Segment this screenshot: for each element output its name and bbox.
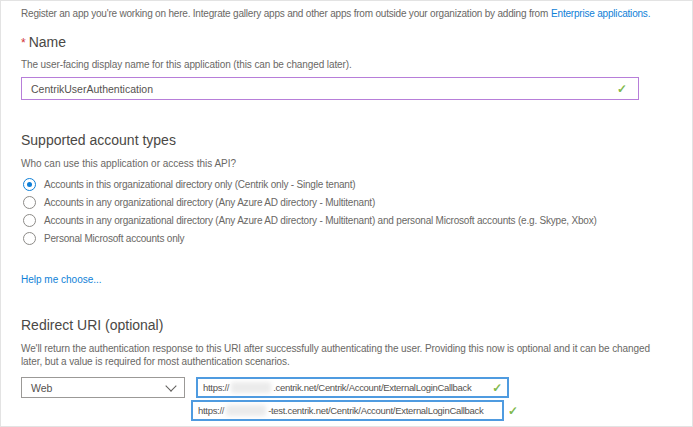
- redacted-domain-blur: [231, 382, 271, 393]
- account-type-option-multitenant-personal[interactable]: Accounts in any organizational directory…: [21, 211, 672, 229]
- account-type-options: Accounts in this organizational director…: [21, 175, 672, 247]
- radio-button-icon[interactable]: [23, 232, 36, 245]
- account-type-option-multitenant[interactable]: Accounts in any organizational directory…: [21, 193, 672, 211]
- enterprise-applications-link[interactable]: Enterprise applications.: [551, 8, 650, 19]
- help-me-choose-link-wrap: Help me choose...: [21, 274, 672, 285]
- required-asterisk: *: [21, 36, 26, 50]
- option-label: Accounts in any organizational directory…: [44, 197, 375, 208]
- radio-button-icon[interactable]: [23, 214, 36, 227]
- name-input[interactable]: CentrikUserAuthentication ✓: [21, 77, 639, 100]
- name-description: The user-facing display name for this ap…: [21, 59, 672, 70]
- redirect-uri-fields: Web https:// .centrik.net/Centrik/Accoun…: [21, 377, 672, 421]
- option-label: Personal Microsoft accounts only: [44, 233, 184, 244]
- platform-select-dropdown[interactable]: Web: [21, 377, 185, 398]
- redacted-domain-blur: [226, 405, 266, 416]
- account-type-option-single-tenant[interactable]: Accounts in this organizational director…: [21, 175, 672, 193]
- account-type-option-personal-only[interactable]: Personal Microsoft accounts only: [21, 229, 672, 247]
- help-me-choose-link[interactable]: Help me choose...: [21, 274, 102, 285]
- valid-check-icon: ✓: [508, 405, 518, 417]
- valid-check-icon: ✓: [492, 382, 502, 394]
- redirect-uri-input-1[interactable]: https:// .centrik.net/Centrik/Account/Ex…: [196, 377, 509, 398]
- platform-select-value: Web: [31, 382, 52, 394]
- name-label: *Name: [21, 34, 672, 50]
- radio-button-icon[interactable]: [23, 178, 36, 191]
- name-input-value: CentrikUserAuthentication: [31, 83, 153, 95]
- uri-suffix: -test.centrik.net/Centrik/Account/Extern…: [268, 405, 483, 416]
- option-label: Accounts in any organizational directory…: [44, 215, 597, 226]
- name-label-text: Name: [29, 34, 66, 50]
- redirect-uri-heading: Redirect URI (optional): [21, 317, 672, 333]
- uri-suffix: .centrik.net/Centrik/Account/ExternalLog…: [273, 382, 471, 393]
- valid-check-icon: ✓: [617, 83, 627, 95]
- radio-button-icon[interactable]: [23, 196, 36, 209]
- app-registration-form: Register an app you're working on here. …: [1, 1, 692, 421]
- chevron-down-icon: [165, 380, 176, 391]
- option-label: Accounts in this organizational director…: [44, 179, 355, 190]
- redirect-uri-row-1: Web https:// .centrik.net/Centrik/Accoun…: [21, 377, 672, 398]
- account-types-question: Who can use this application or access t…: [21, 158, 672, 169]
- redirect-uri-description: We'll return the authentication response…: [21, 342, 671, 368]
- redirect-uri-input-2[interactable]: https:// -test.centrik.net/Centrik/Accou…: [191, 400, 504, 421]
- redirect-uri-row-2: https:// -test.centrik.net/Centrik/Accou…: [191, 400, 672, 421]
- supported-account-types-heading: Supported account types: [21, 132, 672, 148]
- uri-prefix: https://: [198, 405, 224, 416]
- intro-text: Register an app you're working on here. …: [21, 8, 672, 19]
- intro-description: Register an app you're working on here. …: [21, 8, 548, 19]
- uri-prefix: https://: [203, 382, 229, 393]
